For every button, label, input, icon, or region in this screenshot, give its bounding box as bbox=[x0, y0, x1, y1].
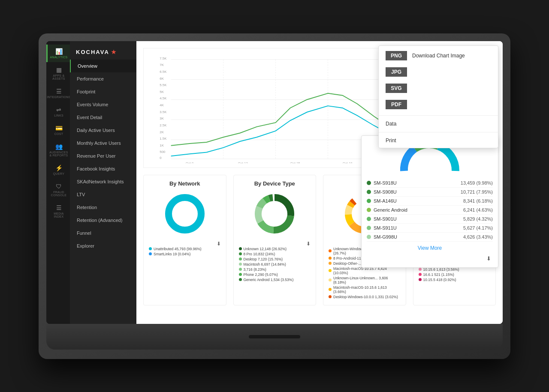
nav-item-monthly-active-users[interactable]: Monthly Active Users bbox=[70, 137, 136, 150]
legend-text: Unknown-Linux-Unknown... 3,606 (8.18%) bbox=[333, 276, 401, 284]
view-more-link[interactable]: View More bbox=[367, 242, 493, 254]
png-label: PNG bbox=[386, 51, 407, 60]
device-name: SM-A146U bbox=[374, 198, 397, 203]
sidebar-item-fraud[interactable]: 🛡 FRAUD CONSOLE bbox=[46, 180, 70, 200]
device-name: SM-S901U bbox=[374, 216, 397, 221]
device-dot bbox=[367, 217, 371, 221]
svg-text:4.5K: 4.5K bbox=[160, 96, 167, 100]
format-pdf[interactable]: PDF bbox=[379, 96, 498, 113]
data-action[interactable]: Data bbox=[379, 117, 498, 131]
legend-item: Generic Android 1,534 (3.53%) bbox=[239, 278, 311, 282]
svg-text:Oct 15: Oct 15 bbox=[290, 161, 301, 163]
device-dot bbox=[367, 226, 371, 230]
donut-download-by-network[interactable]: ⬇ bbox=[149, 241, 221, 247]
legend-dot bbox=[329, 278, 332, 281]
context-menu: PNG Download Chart Image JPG SVG PDF bbox=[378, 45, 498, 148]
sidebar-item-apps[interactable]: ▦ APPS & ASSETS bbox=[46, 63, 70, 84]
legend-dot bbox=[419, 273, 422, 276]
nav-item-overview[interactable]: Overview bbox=[70, 60, 136, 72]
main-nav: KOCHAVA ★ OverviewPerformanceFootprintEv… bbox=[70, 41, 136, 324]
legend-item: 10.15.5 418 (0.92%) bbox=[419, 278, 491, 282]
pdf-label: PDF bbox=[386, 100, 407, 109]
nav-item-daily-active-users[interactable]: Daily Active Users bbox=[70, 124, 136, 137]
legend-item: Desktop 7,120 (15.76%) bbox=[239, 257, 311, 261]
legend-dot bbox=[329, 269, 332, 272]
format-png[interactable]: PNG Download Chart Image bbox=[379, 48, 498, 64]
laptop-notch bbox=[249, 335, 300, 338]
donut-svg-by-device-type bbox=[251, 190, 298, 237]
cost-icon: 💳 bbox=[55, 125, 63, 132]
legend-dot bbox=[149, 252, 152, 255]
fraud-label: FRAUD CONSOLE bbox=[49, 191, 68, 197]
nav-item-facebook-insights[interactable]: Facebook Insights bbox=[70, 162, 136, 175]
donut-download-by-device-type[interactable]: ⬇ bbox=[239, 241, 311, 247]
device-value: 6,241 (4.63%) bbox=[463, 207, 493, 212]
analytics-icon: 📊 bbox=[55, 48, 63, 55]
svg-text:4K: 4K bbox=[160, 103, 164, 107]
format-svg[interactable]: SVG bbox=[379, 80, 498, 96]
nav-item-funnel[interactable]: Funnel bbox=[70, 227, 136, 239]
print-action[interactable]: Print bbox=[379, 133, 498, 148]
device-list-item: SM-S901U 5,829 (4.32%) bbox=[367, 215, 493, 224]
svg-point-43 bbox=[173, 202, 197, 226]
legend-dot bbox=[239, 278, 242, 281]
nav-item-footprint[interactable]: Footprint bbox=[70, 85, 136, 98]
nav-item-explorer[interactable]: Explorer bbox=[70, 239, 136, 252]
sidebar-item-media[interactable]: ☰ MEDIA INDEX bbox=[46, 201, 70, 221]
download-icon[interactable]: ⬇ bbox=[486, 255, 491, 262]
legend-dot bbox=[419, 278, 422, 281]
device-left: SM-S908U bbox=[367, 189, 397, 195]
device-name: SM-S911U bbox=[374, 225, 397, 230]
format-jpg[interactable]: JPG bbox=[379, 64, 498, 80]
nav-item-events-volume[interactable]: Events Volume bbox=[70, 98, 136, 111]
nav-item-retention[interactable]: Retention bbox=[70, 201, 136, 214]
nav-item-ltv[interactable]: LTV bbox=[70, 188, 136, 201]
sidebar-item-links[interactable]: ⇌ LINKS bbox=[46, 103, 70, 120]
nav-item-performance[interactable]: Performance bbox=[70, 72, 136, 85]
legend-text: 16.6.1 521 (1.15%) bbox=[423, 272, 454, 277]
nav-item-revenue-per-user[interactable]: Revenue Per User bbox=[70, 150, 136, 162]
links-icon: ⇌ bbox=[56, 106, 61, 113]
nav-item-event-detail[interactable]: Event Detail bbox=[70, 111, 136, 124]
sidebar-item-audiences[interactable]: 👥 AUDIENCES & REPORTS bbox=[46, 140, 70, 160]
svg-text:500: 500 bbox=[160, 150, 166, 154]
device-left: SM-S901U bbox=[367, 216, 397, 221]
legend-dot bbox=[419, 268, 422, 271]
donut-legend-by-network: Unattributed 45,793 (99.96%)SmartLinks 1… bbox=[149, 247, 221, 256]
donut-title-by-device-type: By Device Type bbox=[239, 180, 311, 187]
app-container: 📊 ANALYTICS ▦ APPS & ASSETS ☰ INTEGRATIO… bbox=[46, 41, 503, 324]
nav-item-retention-(advanced)[interactable]: Retention (Advanced) bbox=[70, 214, 136, 227]
legend-text: Macintosh 6,697 (14.84%) bbox=[244, 262, 286, 266]
legend-item: Unattributed 45,793 (99.96%) bbox=[149, 247, 221, 251]
donut-wrapper-by-network bbox=[149, 190, 221, 237]
legend-text: 8 Pro 10,832 (24%) bbox=[244, 252, 275, 256]
integrations-icon: ☰ bbox=[56, 88, 62, 95]
svg-text:3K: 3K bbox=[160, 117, 164, 120]
svg-text:Oct 12: Oct 12 bbox=[238, 161, 248, 163]
legend-item: 3,716 (8.23%) bbox=[239, 267, 311, 272]
donut-legend-by-device-type: Unknown 12,148 (26.92%)8 Pro 10,832 (24%… bbox=[239, 247, 311, 282]
legend-dot bbox=[329, 257, 332, 260]
legend-dot bbox=[239, 247, 242, 250]
nav-item-skadnetwork-insights[interactable]: SKAdNetwork Insights bbox=[70, 175, 136, 188]
svg-text:7K: 7K bbox=[160, 63, 164, 67]
jpg-label: JPG bbox=[386, 67, 407, 77]
device-name: SM-S918U bbox=[374, 180, 397, 186]
device-value: 13,459 (9.98%) bbox=[461, 180, 493, 186]
logo-text: KOCHAVA bbox=[76, 49, 109, 55]
context-divider-1 bbox=[379, 115, 498, 116]
sidebar-item-query[interactable]: ⚡ QUERY bbox=[46, 161, 70, 179]
device-name: SM-G998U bbox=[374, 234, 397, 239]
laptop-screen: 📊 ANALYTICS ▦ APPS & ASSETS ☰ INTEGRATIO… bbox=[46, 41, 503, 324]
main-content[interactable]: 7.5K 7K 6.5K 6K 5.5K 5K 4.5K 4K 3.5K 3K bbox=[136, 41, 503, 324]
audiences-icon: 👥 bbox=[55, 143, 63, 150]
sidebar-item-analytics[interactable]: 📊 ANALYTICS bbox=[46, 45, 70, 62]
sidebar-item-cost[interactable]: 💳 COST bbox=[46, 121, 70, 139]
legend-dot bbox=[239, 257, 242, 260]
donut-section-by-device-type: By Device Type⬇Unknown 12,148 (26.92%)8 … bbox=[233, 175, 317, 305]
device-list-item: SM-S908U 10,721 (7.95%) bbox=[367, 188, 493, 197]
logo-star: ★ bbox=[111, 49, 117, 55]
legend-item: Desktop-Windows-10.0.0 1,331 (3.02%) bbox=[329, 295, 401, 299]
sidebar-item-integrations[interactable]: ☰ INTEGRATIONS bbox=[46, 84, 70, 102]
legend-dot bbox=[239, 268, 242, 271]
